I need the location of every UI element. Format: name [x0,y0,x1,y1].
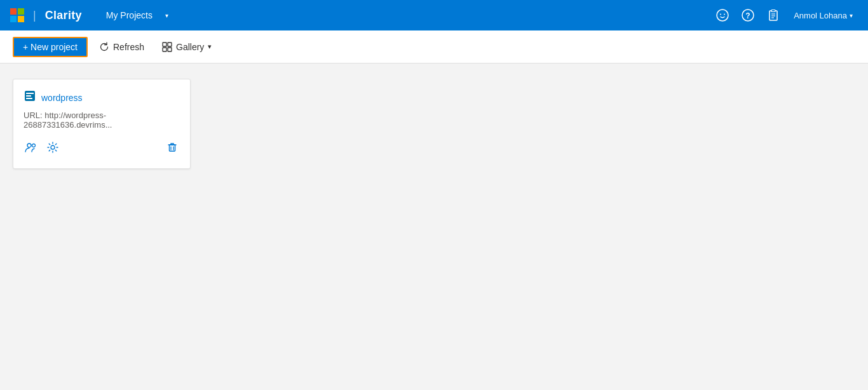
svg-rect-17 [26,98,32,99]
svg-rect-21 [170,145,175,151]
project-card: wordpress URL: http://wordpress-26887331… [13,79,191,169]
refresh-button[interactable]: Refresh [93,38,151,56]
settings-icon[interactable] [45,140,60,158]
help-icon: ? [742,9,754,22]
gallery-button[interactable]: Gallery ▾ [156,38,218,56]
svg-rect-10 [163,43,166,46]
svg-rect-12 [163,48,166,51]
header-left: | Clarity My Projects ▾ [10,8,173,23]
ms-logo-red [10,8,17,15]
header-divider: | [33,9,36,22]
svg-rect-15 [26,93,34,94]
app-brand: Clarity [45,9,82,22]
header-right: ? Anmol Lohana ▾ [712,5,858,25]
header: | Clarity My Projects ▾ ? [0,0,868,30]
svg-point-0 [717,10,728,21]
svg-point-1 [720,14,721,15]
svg-rect-13 [168,48,172,51]
svg-point-2 [724,14,725,15]
my-projects-chevron[interactable]: ▾ [160,10,173,22]
project-type-icon [24,90,36,105]
clipboard-icon [767,9,780,22]
header-nav: My Projects ▾ [101,8,173,23]
svg-rect-16 [26,95,31,97]
refresh-icon [99,42,109,52]
user-menu[interactable]: Anmol Lohana ▾ [789,8,858,23]
delete-icon[interactable] [165,140,180,158]
gallery-chevron: ▾ [208,43,212,51]
ms-logo-yellow [18,16,24,22]
ms-logo-green [18,8,24,15]
microsoft-logo [10,8,24,22]
main-content: wordpress URL: http://wordpress-26887331… [0,64,868,390]
refresh-label: Refresh [113,42,144,52]
gallery-icon [162,42,172,52]
gallery-label: Gallery [176,42,204,52]
svg-rect-11 [168,43,172,46]
svg-point-20 [51,145,55,149]
ms-logo-blue [10,16,17,22]
svg-rect-6 [771,10,775,12]
svg-point-18 [27,144,31,147]
user-name: Anmol Lohana [794,11,847,20]
project-url: URL: http://wordpress-26887331636.devrim… [24,111,180,130]
smiley-icon-button[interactable] [712,5,733,25]
project-name[interactable]: wordpress [41,93,83,103]
svg-text:?: ? [745,11,750,20]
wordpress-icon [24,90,36,102]
project-card-header: wordpress [24,90,180,105]
clipboard-icon-button[interactable] [763,5,783,25]
team-members-icon[interactable] [24,140,39,158]
smiley-icon [716,9,729,22]
project-actions-left [24,140,60,158]
help-icon-button[interactable]: ? [738,5,758,25]
new-project-button[interactable]: + New project [13,37,88,57]
project-card-footer [24,140,180,158]
user-chevron: ▾ [850,12,853,19]
svg-point-19 [32,144,36,147]
my-projects-nav[interactable]: My Projects [101,8,158,23]
toolbar: + New project Refresh Gallery ▾ [0,30,868,64]
